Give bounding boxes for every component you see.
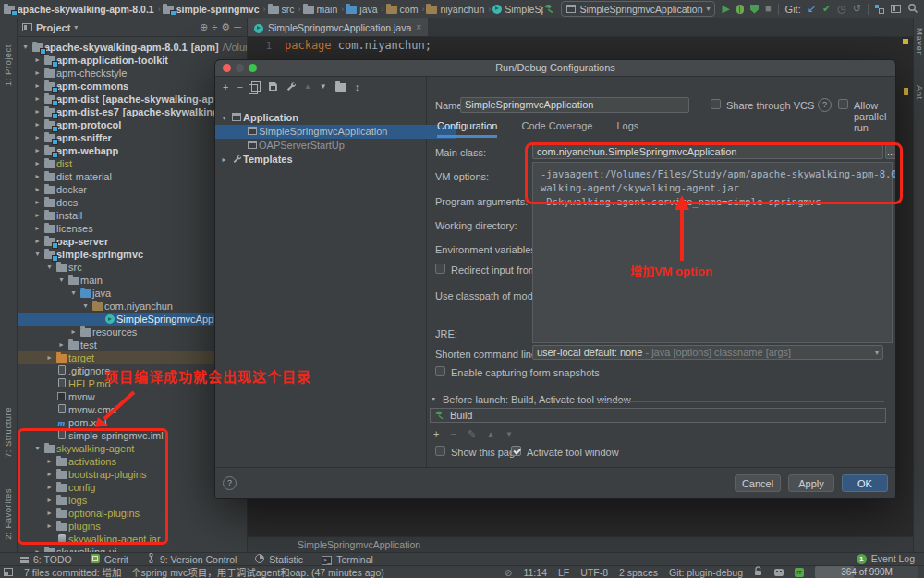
- tool-window-button-6-todo[interactable]: 6: TODO: [20, 554, 72, 565]
- run-configuration-select[interactable]: SimpleSpringmvcApplication ▾: [561, 1, 715, 17]
- expand-icon[interactable]: ▸: [32, 183, 43, 196]
- tree-item-apm-application-toolkit[interactable]: ▸apm-application-toolkit: [17, 54, 247, 67]
- tool-window-button-gerrit[interactable]: Gerrit: [91, 554, 128, 565]
- tree-item-docker[interactable]: ▸docker: [17, 183, 247, 196]
- file-encoding[interactable]: UTF-8: [580, 567, 608, 578]
- add-configuration-button[interactable]: +: [223, 81, 228, 92]
- rollback-icon[interactable]: ↺: [853, 4, 861, 14]
- expand-icon[interactable]: ▸: [32, 131, 43, 144]
- tree-item-java[interactable]: ▾java: [17, 287, 247, 300]
- tree-item-apm-commons[interactable]: ▸apm-commons: [17, 80, 247, 92]
- stop-button[interactable]: ■: [765, 4, 772, 14]
- plugin-robot-icon[interactable]: [774, 569, 784, 576]
- tree-item-apm-checkstyle[interactable]: ▸apm-checkstyle: [17, 67, 247, 80]
- tool-window-switcher-icon[interactable]: [4, 568, 13, 576]
- minimize-window-button[interactable]: [236, 64, 244, 72]
- sort-configurations-icon[interactable]: ↕: [355, 81, 360, 92]
- expand-icon[interactable]: ▸: [32, 209, 43, 222]
- ok-button[interactable]: OK: [842, 474, 888, 492]
- tree-item-dist[interactable]: ▸dist: [17, 157, 247, 170]
- tree-item-docs[interactable]: ▸docs: [17, 196, 247, 209]
- tab-code-coverage[interactable]: Code Coverage: [521, 120, 592, 135]
- tree-item-apm-protocol[interactable]: ▸apm-protocol: [17, 118, 247, 131]
- dialog-titlebar[interactable]: Run/Debug Configurations: [215, 60, 895, 77]
- tool-window-button-9-version-control[interactable]: 9: Version Control: [147, 553, 237, 565]
- enable-capturing-checkbox[interactable]: [435, 366, 445, 376]
- project-panel-title[interactable]: Project: [36, 22, 70, 33]
- lock-icon[interactable]: [754, 566, 763, 578]
- git-branch[interactable]: Git: plugin-debug: [669, 567, 743, 578]
- vcs-update-icon[interactable]: ↙: [808, 4, 816, 14]
- config-tree-item-simplespringmvcapplication[interactable]: SimpleSpringmvcApplication: [215, 125, 456, 139]
- tree-item-apm-sniffer[interactable]: ▸apm-sniffer: [17, 131, 247, 144]
- tree-item-pom-xml[interactable]: mpom.xml: [17, 416, 247, 429]
- save-configuration-icon[interactable]: [269, 82, 277, 91]
- expand-icon[interactable]: ▸: [32, 157, 43, 170]
- create-folder-icon[interactable]: [335, 81, 346, 92]
- copy-configuration-icon[interactable]: [251, 81, 261, 92]
- memory-indicator[interactable]: 364 of 990M: [815, 566, 918, 578]
- analysis-status-icon[interactable]: ⊘: [505, 567, 513, 578]
- expand-icon[interactable]: ▸: [68, 326, 79, 338]
- expand-icon[interactable]: ▸: [32, 144, 43, 157]
- expand-icon[interactable]: ▸: [32, 67, 43, 80]
- cancel-button[interactable]: Cancel: [735, 474, 781, 492]
- tree-item-apm-dist[interactable]: ▸apm-dist[apache-skywalking-apm]: [17, 92, 247, 105]
- maximize-window-button[interactable]: [249, 64, 257, 72]
- indent-setting[interactable]: 2 spaces: [619, 567, 658, 578]
- move-down-icon[interactable]: ▼: [320, 82, 327, 91]
- tree-item-apm-webapp[interactable]: ▸apm-webapp: [17, 144, 247, 157]
- plugin-green-icon[interactable]: IT: [795, 568, 804, 577]
- remove-configuration-button[interactable]: −: [237, 81, 242, 92]
- expand-icon[interactable]: ▸: [32, 170, 43, 183]
- breadcrumb-item-simplespringmvcapplication[interactable]: SimpleSpringmvcApplication: [492, 4, 543, 15]
- move-up-icon[interactable]: ▲: [487, 428, 494, 440]
- tree-item-dist-material[interactable]: ▸dist-material: [17, 170, 247, 183]
- tool-window-icon[interactable]: [891, 5, 901, 13]
- breadcrumb-item-src[interactable]: src: [268, 4, 295, 15]
- collapse-icon[interactable]: ▾: [20, 41, 30, 54]
- tree-item-test[interactable]: ▸test: [17, 338, 247, 351]
- collapse-icon[interactable]: ▾: [68, 287, 79, 300]
- tree-item-target[interactable]: ▸target: [17, 351, 247, 364]
- edit-task-icon[interactable]: ✎: [468, 428, 476, 440]
- config-tree-item-templates[interactable]: ▸Templates: [215, 153, 430, 166]
- vcs-commit-icon[interactable]: ✔: [822, 4, 831, 14]
- move-up-icon[interactable]: ▲: [304, 82, 311, 91]
- config-tree-item-application[interactable]: ▾Application: [215, 111, 430, 125]
- tree-item-mvnw[interactable]: mvnw: [17, 390, 247, 403]
- expand-icon[interactable]: ▸: [32, 196, 43, 209]
- collapse-icon[interactable]: ▾: [32, 248, 43, 261]
- config-tree-item-oapserverstartup[interactable]: OAPServerStartUp: [215, 139, 456, 153]
- tree-item-skywalking-ui[interactable]: ▸skywalking-ui: [17, 546, 247, 552]
- tool-stripe-structure[interactable]: 7: Structure: [3, 407, 13, 458]
- history-icon[interactable]: ◷: [837, 4, 846, 14]
- show-this-page-checkbox[interactable]: [435, 446, 445, 456]
- expand-icon[interactable]: ▸: [219, 153, 229, 166]
- tree-item-simplespringmvcapplication[interactable]: SimpleSpringmvcApplication: [17, 313, 247, 326]
- expand-icon[interactable]: ▸: [32, 546, 43, 552]
- collapse-all-icon[interactable]: ÷: [212, 22, 217, 32]
- tree-item-install[interactable]: ▸install: [17, 209, 247, 222]
- tool-stripe-favorites[interactable]: 2: Favorites: [3, 488, 13, 540]
- editor-tab[interactable]: SimpleSpringmvcApplication.java ×: [248, 18, 428, 36]
- tool-window-button-terminal[interactable]: >_Terminal: [322, 553, 373, 565]
- run-button[interactable]: ▶: [722, 4, 729, 14]
- before-launch-build-item[interactable]: Build: [430, 408, 886, 423]
- help-icon[interactable]: ?: [818, 98, 832, 112]
- breadcrumb-item-java[interactable]: java: [346, 4, 377, 15]
- remove-task-button[interactable]: −: [450, 428, 456, 440]
- settings-gear-icon[interactable]: ⚙: [221, 22, 230, 32]
- activate-tool-window-checkbox[interactable]: [511, 446, 521, 456]
- status-message[interactable]: 7 files committed: 增加一个spring mvc项目，用于调试…: [24, 565, 505, 578]
- expand-icon[interactable]: ▸: [32, 235, 43, 248]
- collapse-icon[interactable]: ▾: [219, 111, 229, 125]
- expand-icon[interactable]: ▸: [32, 105, 43, 118]
- collapse-icon[interactable]: ▾: [80, 300, 91, 313]
- collapse-section-icon[interactable]: ▾: [432, 395, 435, 403]
- close-window-button[interactable]: [223, 64, 231, 72]
- event-log-button[interactable]: 1 Event Log: [857, 552, 915, 565]
- breadcrumb-item-apache-skywalking-apm-8-0-1[interactable]: apache-skywalking-apm-8.0.1: [4, 4, 154, 15]
- tree-item-src[interactable]: ▾src: [17, 261, 247, 274]
- tool-stripe-project[interactable]: 1: Project: [3, 44, 13, 86]
